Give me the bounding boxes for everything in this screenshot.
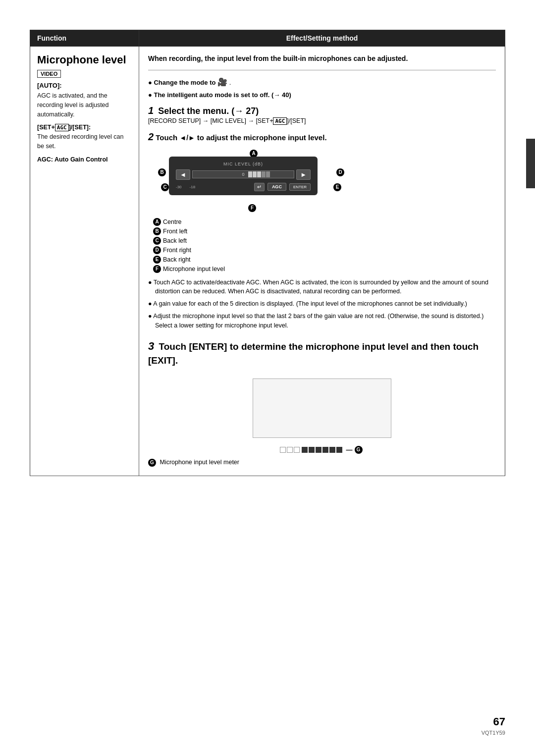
change-mode-text: Change the mode to — [154, 79, 215, 86]
agc-box-path: AGC — [273, 117, 287, 125]
page-container: Function Effect/Setting method Microphon… — [0, 0, 535, 756]
label-b: B — [158, 168, 166, 176]
step1-path: [RECORD SETUP] → [MIC LEVEL] → [SET+AGC]… — [148, 117, 496, 125]
mic-title: MIC LEVEL (dB) — [176, 162, 311, 166]
meter-sq3 — [294, 447, 300, 453]
meter-g-label: — — [346, 446, 353, 453]
divider — [148, 70, 496, 70]
set-label: [SET+AGC]/[SET]: — [37, 124, 132, 131]
auto-desc: AGC is activated, and the recording leve… — [37, 91, 132, 119]
step3-text: Touch [ENTER] to determine the microphon… — [148, 341, 479, 366]
section-title: Microphone level — [37, 54, 132, 66]
db-minus18: -18 — [190, 185, 196, 189]
db-scale: -30 -18 — [176, 185, 195, 189]
set-label-text: [SET+AGC]/[SET]: — [37, 124, 91, 131]
bullet-adjust: ● Adjust the microphone input level so t… — [148, 312, 496, 330]
bullet-agc: ● Touch AGC to activate/deactivate AGC. … — [148, 278, 496, 297]
legend-c: C Back left — [153, 237, 496, 245]
seg1 — [248, 171, 252, 177]
legend-f: F Microphone input level — [153, 265, 496, 273]
right-arrow-btn[interactable]: ► — [296, 169, 311, 180]
zero-mark: 0 — [242, 172, 244, 177]
meter-sq5 — [309, 447, 315, 453]
label-f-marker: F — [248, 203, 258, 212]
legend-text-a: Centre — [163, 218, 182, 225]
intelligent-auto-text: The intelligent auto mode is set to off.… — [154, 91, 291, 99]
bullet-intelligent-auto: ● The intelligent auto mode is set to of… — [148, 90, 496, 100]
label-e-marker: E — [333, 182, 343, 191]
seg4 — [262, 171, 266, 177]
step2-num: 2 — [148, 131, 154, 142]
legend-text-b: Front left — [163, 228, 187, 235]
meter-sq6 — [316, 447, 321, 453]
legend-letter-b: B — [153, 227, 161, 235]
label-d: D — [336, 168, 344, 176]
legend-b: B Front left — [153, 227, 496, 235]
meter-sq8 — [329, 447, 335, 453]
seg2 — [253, 171, 257, 177]
agc-box-bullet: AGC — [171, 279, 185, 286]
label-e: E — [333, 183, 341, 191]
step3-num: 3 — [148, 340, 154, 352]
bullet-gain: ● A gain value for each of the 5 directi… — [148, 299, 496, 309]
legend-text-d: Front right — [163, 247, 191, 254]
meter-sq2 — [287, 447, 293, 453]
meter-note: G Microphone input level meter — [148, 459, 496, 467]
seg5 — [266, 171, 270, 177]
meter-filled-squares — [302, 447, 342, 453]
legend-text-c: Back left — [163, 237, 187, 244]
page-number: 67 — [482, 715, 505, 728]
step1-text: Select the menu. (→ 27) — [158, 106, 259, 116]
level-meter-display — [253, 378, 391, 438]
video-badge: VIDEO — [37, 70, 61, 78]
step1-num: 1 — [148, 105, 154, 116]
legend-block: A Centre B Front left C Back left D — [153, 218, 496, 273]
col1-header: Function — [30, 30, 139, 47]
step2-block: 2 Touch ◄/► to adjust the microphone inp… — [148, 130, 496, 144]
meter-sq7 — [322, 447, 328, 453]
mic-ui-controls: ◄ 0 — [176, 169, 311, 180]
legend-letter-a: A — [153, 218, 161, 226]
db-minus30: -30 — [176, 185, 182, 189]
legend-letter-c: C — [153, 237, 161, 245]
effect-column: When recording, the input level from the… — [139, 47, 505, 476]
label-d-marker: D — [336, 167, 346, 176]
legend-letter-e: E — [153, 256, 161, 264]
legend-text-f: Microphone input level — [163, 266, 225, 272]
page-code: VQT1Y59 — [482, 730, 505, 736]
enter-btn[interactable]: ENTER — [289, 183, 311, 191]
set-desc: The desired recording level can be set. — [37, 132, 132, 151]
legend-a: A Centre — [153, 218, 496, 226]
col2-header: Effect/Setting method — [139, 30, 505, 47]
step2-text2: to adjust the microphone input level. — [197, 133, 327, 142]
auto-label: [AUTO]: — [37, 82, 132, 89]
function-column: Microphone level VIDEO [AUTO]: AGC is ac… — [30, 47, 139, 476]
camera-icon: 🎥 — [217, 78, 227, 86]
step1-number: 1 Select the menu. (→ 27) — [148, 105, 496, 116]
label-f: F — [248, 204, 256, 212]
bottom-buttons: ↵ AGC ENTER — [254, 183, 311, 191]
step3-heading: 3 Touch [ENTER] to determine the microph… — [148, 339, 496, 367]
meter-label-row: — G — [280, 446, 365, 454]
step2-desc: 2 Touch ◄/► to adjust the microphone inp… — [148, 130, 496, 144]
mic-diagram-block: A B C D — [158, 149, 346, 213]
agc-btn[interactable]: AGC — [268, 183, 286, 191]
legend-text-e: Back right — [163, 256, 191, 263]
back-btn[interactable]: ↵ — [254, 183, 265, 191]
mic-ui: MIC LEVEL (dB) ◄ 0 — [169, 157, 327, 195]
step3-block: 3 Touch [ENTER] to determine the microph… — [148, 339, 496, 367]
legend-e: E Back right — [153, 256, 496, 264]
left-arrow-btn[interactable]: ◄ — [176, 169, 190, 180]
agc-box-left: AGC — [55, 124, 69, 131]
agc-label: AGC: Auto Gain Control — [37, 156, 132, 163]
label-b-marker: B — [158, 167, 168, 176]
label-c: C — [161, 183, 169, 191]
level-segments — [248, 171, 270, 177]
meter-note-text: Microphone input level meter — [160, 459, 239, 466]
meter-g-circle: G — [355, 446, 363, 454]
step1-path-text: [RECORD SETUP] → [MIC LEVEL] → [SET+AGC]… — [148, 117, 306, 124]
level-meter-display-block: — G — [148, 373, 496, 454]
legend-letter-f: F — [153, 265, 161, 273]
step1-block: 1 Select the menu. (→ 27) [RECORD SETUP]… — [148, 105, 496, 125]
bullet-block: ● Touch AGC to activate/deactivate AGC. … — [148, 278, 496, 330]
